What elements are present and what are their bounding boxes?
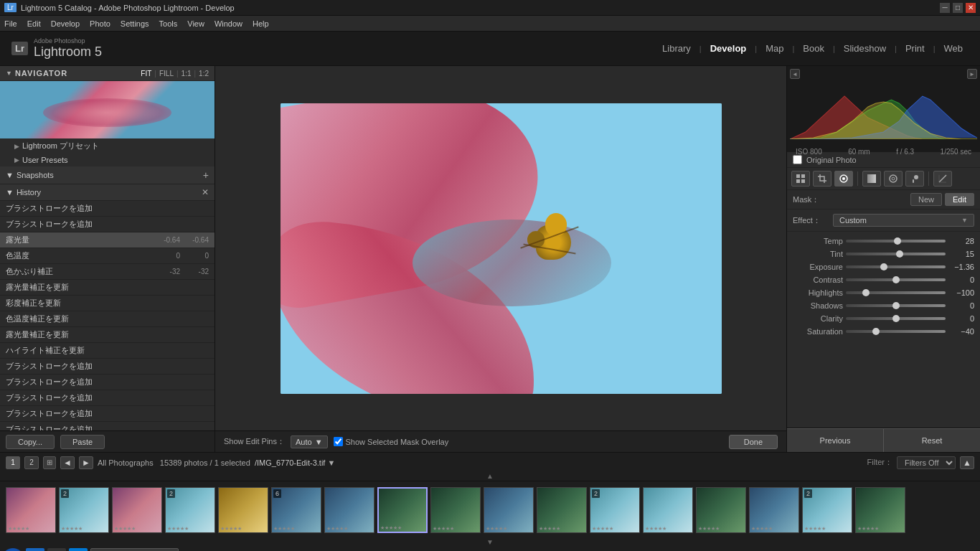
history-item[interactable]: 露光量-0.64-0.64 [0, 232, 215, 248]
effect-dropdown[interactable]: Custom ▼ [833, 214, 974, 227]
menu-tools[interactable]: Tools [159, 19, 178, 28]
gradient-tool-button[interactable] [862, 171, 881, 187]
taskbar-browser-icon[interactable]: e [26, 548, 44, 551]
mask-new-button[interactable]: New [910, 193, 942, 206]
filmstrip-item[interactable]: 2 ★★★★★ [59, 487, 109, 533]
nav-print[interactable]: Print [900, 40, 930, 57]
menu-edit[interactable]: Edit [27, 19, 41, 28]
slider-track[interactable] [846, 253, 946, 255]
slider-thumb[interactable] [880, 263, 887, 270]
mask-edit-button[interactable]: Edit [945, 193, 974, 206]
snapshots-header[interactable]: ▼ Snapshots + [0, 166, 215, 184]
filmstrip-item[interactable]: ★★★★★ [112, 487, 162, 533]
start-button[interactable]: ⊞ [3, 548, 23, 551]
filter-dropdown[interactable]: Filters Off [897, 456, 956, 469]
history-item[interactable]: ブラシストロークを追加 [0, 406, 215, 422]
grid-tool-button[interactable] [791, 171, 810, 187]
menu-photo[interactable]: Photo [90, 19, 110, 28]
mask-overlay-checkbox[interactable] [334, 437, 343, 446]
nav-library[interactable]: Library [656, 40, 697, 57]
history-item[interactable]: ブラシストロークを追加 [0, 422, 215, 430]
filmstrip-item[interactable]: ★★★★★ [218, 487, 268, 533]
slider-track[interactable] [846, 330, 946, 333]
filmstrip-num-1[interactable]: 1 [6, 456, 20, 469]
slider-thumb[interactable] [892, 302, 900, 309]
filmstrip-item[interactable]: ★★★★★ [855, 487, 905, 533]
slider-thumb[interactable] [894, 237, 901, 245]
preset-user[interactable]: ▶ User Presets [0, 154, 215, 166]
history-item[interactable]: 露光量補正を更新 [0, 327, 215, 343]
done-button[interactable]: Done [729, 435, 778, 449]
history-item[interactable]: ブラシストロークを追加 [0, 359, 215, 375]
history-item[interactable]: 彩度補正を更新 [0, 296, 215, 311]
maximize-button[interactable]: □ [953, 3, 963, 13]
history-item[interactable]: ブラシストロークを追加 [0, 375, 215, 390]
snapshots-add-button[interactable]: + [203, 169, 209, 181]
filmstrip-expand-button[interactable]: ▲ [960, 456, 974, 469]
navigator-header[interactable]: ▼ Navigator FIT | FILL | 1:1 | 1:2 [0, 66, 215, 81]
history-close-button[interactable]: ✕ [202, 187, 209, 197]
filmstrip-item[interactable]: ★★★★★ [430, 487, 481, 533]
history-item[interactable]: ブラシストロークを追加 [0, 217, 215, 232]
filmstrip-item[interactable]: ★★★★★ [537, 487, 587, 533]
menu-window[interactable]: Window [215, 19, 242, 28]
slider-track[interactable] [846, 278, 946, 281]
minimize-button[interactable]: ─ [940, 3, 950, 13]
taskbar-lightroom-app[interactable]: Lr Lightroom 5 Catal... [90, 548, 179, 551]
history-item[interactable]: ブラシストロークを追加 [0, 390, 215, 406]
nav-book[interactable]: Book [797, 40, 830, 57]
preset-lightroom[interactable]: ▶ Lightroom プリセット [0, 138, 215, 154]
fit-option-fill[interactable]: FILL [159, 70, 174, 77]
filmstrip-item[interactable]: 6 ★★★★★ [271, 487, 321, 533]
nav-map[interactable]: Map [760, 40, 789, 57]
nav-slideshow[interactable]: Slideshow [838, 40, 892, 57]
crop-tool-button[interactable] [813, 171, 831, 187]
filmstrip-prev-arrow[interactable]: ◄ [60, 456, 75, 469]
fit-option-fit[interactable]: FIT [141, 70, 151, 77]
slider-track[interactable] [846, 265, 946, 268]
slider-thumb[interactable] [892, 276, 900, 283]
radial-tool-button[interactable] [884, 171, 903, 187]
filmstrip-next-arrow[interactable]: ► [79, 456, 93, 469]
previous-button[interactable]: Previous [787, 428, 884, 452]
slider-thumb[interactable] [892, 315, 900, 322]
nav-develop[interactable]: Develop [705, 40, 753, 57]
history-item[interactable]: 色温度00 [0, 248, 215, 264]
histogram-highlight-clipping[interactable]: ► [967, 69, 977, 79]
reset-button[interactable]: Reset [884, 428, 980, 452]
filmstrip-item[interactable]: ★★★★★ [324, 487, 374, 533]
filmstrip-scroll-up[interactable]: ▲ [0, 472, 980, 481]
menu-view[interactable]: View [187, 19, 204, 28]
history-item[interactable]: ブラシストロークを追加 [0, 201, 215, 217]
menu-help[interactable]: Help [253, 19, 269, 28]
slider-track[interactable] [846, 304, 946, 307]
slider-thumb[interactable] [862, 289, 870, 296]
slider-thumb[interactable] [872, 328, 880, 335]
filmstrip-grid-view[interactable]: ⊞ [43, 456, 56, 469]
slider-track[interactable] [846, 317, 946, 320]
history-item[interactable]: 色温度補正を更新 [0, 311, 215, 327]
paste-button[interactable]: Paste [60, 435, 105, 449]
edit-pins-dropdown[interactable]: Auto ▼ [291, 435, 328, 448]
history-item[interactable]: 色かぶり補正-32-32 [0, 264, 215, 280]
filmstrip-item[interactable]: ★★★★★ [749, 487, 799, 533]
filmstrip-item[interactable]: 2 ★★★★★ [802, 487, 852, 533]
filmstrip-item[interactable]: ★★★★★ [484, 487, 534, 533]
brush-tool-button[interactable] [905, 171, 924, 187]
menu-file[interactable]: File [4, 19, 17, 28]
close-button[interactable]: ✕ [966, 3, 976, 13]
filmstrip-item[interactable]: 2 ★★★★★ [165, 487, 215, 533]
tone-curve-button[interactable] [933, 171, 952, 187]
filmstrip-num-2[interactable]: 2 [24, 456, 39, 469]
slider-track[interactable] [846, 291, 946, 294]
filmstrip-item[interactable]: ★★★★★ [643, 487, 693, 533]
histogram-shadow-clipping[interactable]: ◄ [790, 69, 800, 79]
filmstrip-item[interactable]: 2 ★★★★★ [590, 487, 640, 533]
menu-develop[interactable]: Develop [51, 19, 80, 28]
fit-option-1-1[interactable]: 1:1 [182, 70, 192, 77]
nav-web[interactable]: Web [938, 40, 969, 57]
taskbar-skype-icon[interactable]: S [69, 548, 88, 551]
heal-tool-button[interactable] [834, 171, 853, 187]
copy-button[interactable]: Copy... [6, 435, 55, 449]
slider-thumb[interactable] [896, 250, 903, 258]
